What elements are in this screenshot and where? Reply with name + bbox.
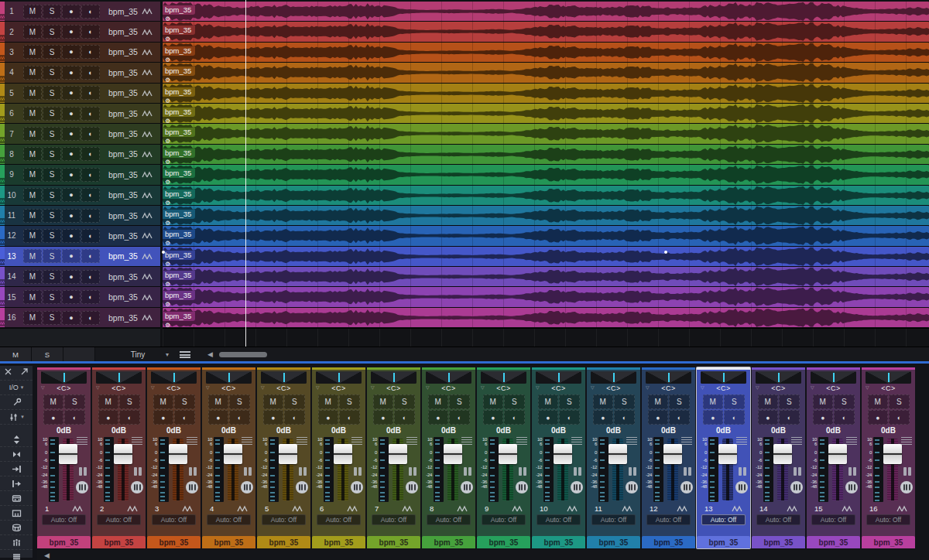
gear-icon[interactable]: ⚙ (165, 77, 195, 83)
cue-mix-icon[interactable] (76, 481, 88, 493)
track-color-tab[interactable] (0, 226, 5, 245)
sends-icon[interactable] (739, 467, 746, 476)
track-header-row[interactable]: 7 M S ● ◐ bpm_35 (0, 124, 160, 144)
track-color-tab[interactable] (0, 308, 5, 327)
track-color-tab[interactable] (0, 104, 5, 123)
mixer-channel[interactable]: ▽ <C> M S ● ◐ 0dB 10 6 0 -6 -12 -24 -36 … (752, 367, 805, 548)
monitor-button[interactable]: ◐ (394, 410, 415, 425)
pan-value[interactable]: <C> (276, 384, 291, 392)
record-arm-button[interactable]: ● (43, 410, 64, 425)
mute-button[interactable]: M (23, 5, 42, 19)
solo-button[interactable]: S (339, 394, 360, 409)
solo-button[interactable]: S (43, 127, 61, 141)
volume-value[interactable]: 0dB (147, 425, 201, 436)
monitor-button[interactable]: ◐ (614, 410, 635, 425)
mixer-channel[interactable]: ▽ <C> M S ● ◐ 0dB 10 6 0 -6 -12 -24 -36 … (642, 367, 695, 548)
link-triangle-icon[interactable]: ▽ (316, 384, 320, 390)
clip-name[interactable]: bpm_35 (163, 312, 195, 321)
sends-icon[interactable] (189, 467, 197, 476)
volume-value[interactable]: 0dB (202, 425, 255, 436)
narrow-strips-icon[interactable] (0, 447, 33, 462)
channel-name-footer[interactable]: bpm_35 (202, 536, 255, 548)
channel-name-footer[interactable]: bpm_35 (587, 536, 640, 548)
record-arm-button[interactable]: ● (98, 410, 119, 425)
volume-value[interactable]: 0dB (257, 425, 310, 436)
mixer-channel[interactable]: ▽ <C> M S ● ◐ 0dB 10 6 0 -6 -12 -24 -36 … (92, 367, 146, 548)
track-name[interactable]: bpm_35 (108, 109, 142, 118)
track-name[interactable]: bpm_35 (108, 27, 142, 36)
track-name[interactable]: bpm_35 (108, 170, 142, 179)
monitor-button[interactable]: ◐ (174, 410, 195, 425)
sends-icon[interactable] (903, 467, 911, 476)
audio-clip[interactable]: bpm_35 ⚙ (163, 63, 929, 83)
mute-button[interactable]: M (318, 394, 339, 409)
automation-mode-button[interactable]: Auto: Off (701, 514, 746, 525)
fader-handle[interactable] (59, 444, 77, 464)
record-arm-button[interactable]: ● (62, 147, 81, 161)
fader-handle[interactable] (224, 444, 242, 464)
track-header-row[interactable]: 3 M S ● ◐ bpm_35 (0, 43, 160, 63)
monitor-button[interactable]: ◐ (81, 127, 100, 141)
track-header-row[interactable]: 10 M S ● ◐ bpm_35 (0, 186, 160, 206)
sends-icon[interactable] (794, 467, 801, 476)
solo-button[interactable]: S (284, 394, 305, 409)
automation-mode-button[interactable]: Auto: Off (482, 514, 526, 525)
monitor-button[interactable]: ◐ (779, 410, 800, 425)
gear-icon[interactable]: ⚙ (165, 200, 195, 206)
record-arm-button[interactable]: ● (153, 410, 174, 425)
record-arm-button[interactable]: ● (483, 410, 504, 425)
channel-name-footer[interactable]: bpm_35 (37, 536, 91, 548)
pan-slider[interactable] (206, 371, 252, 384)
automation-mode-button[interactable]: Auto: Off (97, 514, 141, 525)
track-name[interactable]: bpm_35 (108, 149, 142, 159)
link-triangle-icon[interactable]: ▽ (866, 384, 869, 390)
channel-name-footer[interactable]: bpm_35 (697, 536, 750, 548)
record-arm-button[interactable]: ● (62, 249, 81, 263)
pan-slider[interactable] (536, 371, 581, 384)
volume-value[interactable]: 0dB (422, 425, 475, 436)
fader-handle[interactable] (828, 444, 847, 464)
solo-button[interactable]: S (449, 394, 470, 409)
monitor-button[interactable]: ◐ (834, 410, 855, 425)
pan-slider[interactable] (756, 371, 801, 384)
volume-value[interactable]: 0dB (642, 425, 695, 436)
track-name[interactable]: bpm_35 (108, 251, 142, 261)
cue-mix-icon[interactable] (626, 481, 638, 493)
channel-name-footer[interactable]: bpm_35 (257, 536, 310, 548)
channel-name-footer[interactable]: bpm_35 (862, 536, 915, 548)
mute-button[interactable]: M (23, 25, 42, 39)
mute-button[interactable]: M (23, 127, 42, 141)
record-arm-button[interactable]: ● (62, 86, 81, 100)
solo-button[interactable]: S (119, 394, 140, 409)
track-color-tab[interactable] (0, 22, 5, 41)
clip-name[interactable]: bpm_35 (163, 149, 195, 158)
inserts-rack-icon[interactable] (681, 437, 692, 446)
align-left-icon[interactable] (0, 462, 33, 476)
track-name[interactable]: bpm_35 (108, 68, 142, 77)
solo-button[interactable]: S (43, 25, 61, 39)
pan-value[interactable]: <C> (661, 384, 676, 392)
solo-button[interactable]: S (43, 311, 61, 325)
trash-icon[interactable] (0, 521, 33, 535)
fader-handle[interactable] (389, 444, 407, 464)
instruments-icon[interactable] (0, 506, 33, 521)
monitor-button[interactable]: ◐ (229, 410, 250, 425)
solo-button[interactable]: S (43, 188, 61, 202)
mute-button[interactable]: M (703, 394, 724, 409)
volume-value[interactable]: 0dB (862, 425, 915, 436)
pan-value[interactable]: <C> (771, 384, 786, 392)
inserts-rack-icon[interactable] (791, 437, 802, 446)
track-name[interactable]: bpm_35 (108, 129, 142, 138)
record-arm-button[interactable]: ● (62, 25, 81, 39)
pan-slider[interactable] (316, 371, 362, 384)
track-color-tab[interactable] (0, 267, 5, 286)
volume-value[interactable]: 0dB (587, 425, 640, 436)
volume-value[interactable]: 0dB (37, 425, 91, 436)
global-solo-button[interactable]: S (32, 347, 63, 361)
record-arm-button[interactable]: ● (62, 127, 81, 141)
chevron-down-icon[interactable]: ▾ (166, 351, 169, 358)
mute-button[interactable]: M (263, 394, 284, 409)
automation-mode-button[interactable]: Auto: Off (262, 514, 306, 525)
inserts-rack-icon[interactable] (77, 437, 87, 446)
automation-mode-button[interactable]: Auto: Off (536, 514, 581, 525)
